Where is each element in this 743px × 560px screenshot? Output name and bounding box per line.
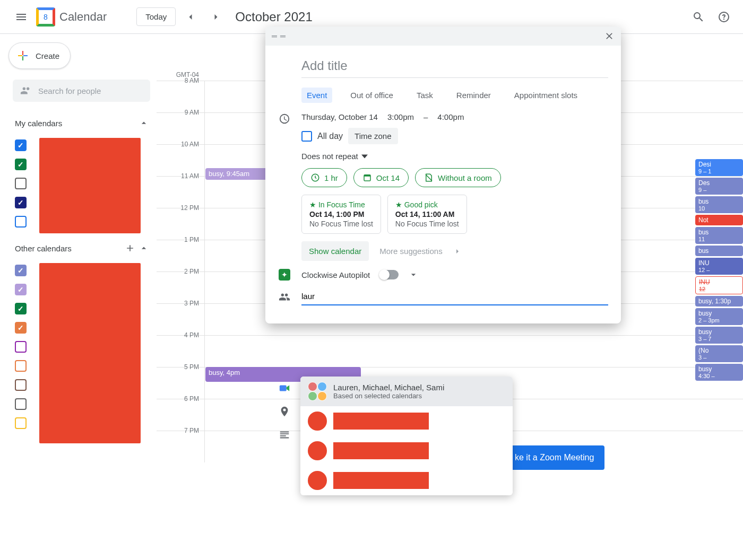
close-icon[interactable] <box>604 31 615 41</box>
calendar-checkbox[interactable] <box>15 341 27 353</box>
adjacent-event[interactable]: Not <box>695 215 743 225</box>
suggestion-person[interactable] <box>300 436 513 466</box>
chevron-down-icon[interactable] <box>408 269 419 280</box>
help-icon <box>718 11 730 23</box>
chevron-left-icon <box>185 12 196 22</box>
tab-event[interactable]: Event <box>301 88 332 103</box>
time-suggestion-card[interactable]: ★ In Focus TimeOct 14, 1:00 PMNo Focus T… <box>301 195 381 234</box>
calendar-checkbox[interactable] <box>15 265 27 276</box>
modal-drag-handle[interactable]: ══ <box>265 27 621 46</box>
adjacent-event[interactable]: bus10 <box>695 196 743 213</box>
chevron-up-icon <box>139 118 149 128</box>
start-time[interactable]: 3:00pm <box>387 112 414 121</box>
hour-cell[interactable] <box>204 336 743 367</box>
my-calendars-header[interactable]: My calendars <box>6 115 157 132</box>
hour-label: 10 AM <box>157 141 204 172</box>
adjacent-event[interactable]: busy3 – 7 <box>695 327 743 344</box>
add-guests-input[interactable] <box>301 292 608 301</box>
calendar-checkbox[interactable] <box>15 303 27 314</box>
current-period-label: October 2021 <box>235 10 312 24</box>
adjacent-event[interactable]: busy2 – 3pm <box>695 308 743 325</box>
adjacent-day-events: Desi9 – 1Des9 –bus10Notbus11busINU12 –IN… <box>695 159 743 382</box>
tab-appointment-slots[interactable]: Appointment slots <box>509 88 583 103</box>
all-day-checkbox[interactable] <box>301 131 312 142</box>
calendar-checkbox[interactable] <box>15 216 27 228</box>
all-day-label: All day <box>317 132 343 141</box>
avatar-group-icon <box>308 382 327 401</box>
calendar-checkbox[interactable] <box>15 322 27 334</box>
create-button[interactable]: Create <box>8 42 71 69</box>
adjacent-event[interactable]: INU12 – <box>695 258 743 275</box>
hour-label: 1 PM <box>157 236 204 267</box>
event-title-input[interactable] <box>301 54 608 78</box>
location-icon <box>278 405 291 418</box>
calendar-checkbox[interactable] <box>15 398 27 410</box>
recurrence-dropdown[interactable]: Does not repeat <box>301 152 608 161</box>
hour-label: 2 PM <box>157 268 204 299</box>
zoom-meeting-button[interactable]: ke it a Zoom Meeting <box>504 445 604 470</box>
suggestion-person[interactable] <box>300 466 513 495</box>
hamburger-icon <box>15 11 28 23</box>
prev-period-button[interactable] <box>180 6 201 28</box>
search-placeholder: Search for people <box>38 86 101 95</box>
autopilot-label: Clockwise Autopilot <box>301 270 370 279</box>
chevron-right-icon <box>211 12 221 22</box>
adjacent-event[interactable]: bus11 <box>695 227 743 244</box>
event-editor-modal: ══ EventOut of officeTaskReminderAppoint… <box>265 27 621 323</box>
other-calendars-header[interactable]: Other calendars <box>6 240 157 257</box>
app-logo[interactable]: 8 Calendar <box>36 7 107 27</box>
pill-without-a-room[interactable]: Without a room <box>415 168 501 187</box>
show-calendar-button[interactable]: Show calendar <box>301 241 369 261</box>
hour-label: 6 PM <box>157 395 204 426</box>
calendar-checkbox[interactable] <box>15 197 27 208</box>
clock-icon <box>279 113 290 125</box>
people-icon <box>20 85 32 97</box>
adjacent-event[interactable]: Des9 – <box>695 178 743 195</box>
adjacent-event[interactable]: bus <box>695 246 743 256</box>
tab-out-of-office[interactable]: Out of office <box>345 88 399 103</box>
event-date[interactable]: Thursday, October 14 <box>301 112 378 121</box>
plus-icon[interactable] <box>125 243 135 253</box>
adjacent-event[interactable]: busy4:30 – <box>695 364 743 381</box>
calendar-checkbox[interactable] <box>15 379 27 391</box>
guest-autocomplete-dropdown: Lauren, Michael, Michael, Sami Based on … <box>300 377 513 495</box>
help-button[interactable] <box>713 6 735 28</box>
search-icon <box>692 11 705 23</box>
clockwise-icon: ✦ <box>279 269 290 281</box>
timezone-button[interactable]: Time zone <box>348 128 398 144</box>
adjacent-event[interactable]: (No3 – <box>695 345 743 362</box>
hour-label: 12 PM <box>157 204 204 235</box>
end-time[interactable]: 4:00pm <box>437 112 464 121</box>
next-period-button[interactable] <box>205 6 227 28</box>
time-suggestion-card[interactable]: ★ Good pickOct 14, 11:00 AMNo Focus Time… <box>387 195 467 234</box>
calendar-checkbox[interactable] <box>15 284 27 295</box>
today-button[interactable]: Today <box>136 7 176 26</box>
calendar-checkbox[interactable] <box>15 159 27 170</box>
main-menu-button[interactable] <box>8 4 34 30</box>
tab-task[interactable]: Task <box>411 88 438 103</box>
pill-oct-14[interactable]: Oct 14 <box>353 168 409 187</box>
more-suggestions-button[interactable]: More suggestions <box>379 247 461 256</box>
adjacent-event[interactable]: Desi9 – 1 <box>695 159 743 176</box>
search-people-input[interactable]: Search for people <box>13 80 150 102</box>
other-calendars-list <box>6 261 157 433</box>
dropdown-icon <box>361 153 368 160</box>
suggestion-person[interactable] <box>300 406 513 436</box>
redacted-block <box>39 138 141 233</box>
tab-reminder[interactable]: Reminder <box>451 88 496 103</box>
calendar-checkbox[interactable] <box>15 360 27 372</box>
adjacent-event[interactable]: busy, 1:30p <box>695 296 743 307</box>
calendar-checkbox[interactable] <box>15 139 27 151</box>
calendar-checkbox[interactable] <box>15 417 27 429</box>
create-label: Create <box>36 51 59 60</box>
pill-1-hr[interactable]: 1 hr <box>301 168 347 187</box>
search-button[interactable] <box>688 6 709 28</box>
redacted-block <box>39 263 141 443</box>
adjacent-event[interactable]: INU12 <box>695 276 743 294</box>
autopilot-toggle[interactable] <box>379 270 399 279</box>
hour-label: 3 PM <box>157 300 204 331</box>
calendar-checkbox[interactable] <box>15 178 27 189</box>
suggestion-group[interactable]: Lauren, Michael, Michael, Sami Based on … <box>300 377 513 406</box>
grip-icon: ══ <box>272 32 289 40</box>
svg-rect-3 <box>280 386 287 391</box>
